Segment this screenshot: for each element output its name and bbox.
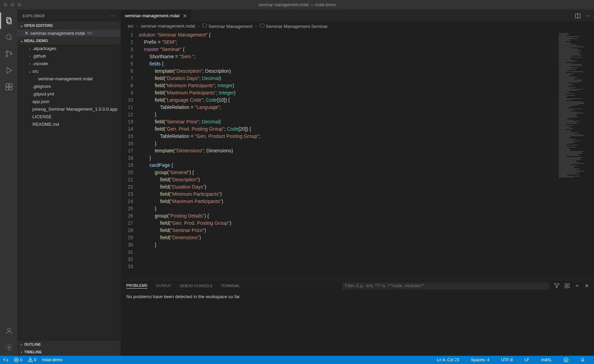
chevron-down-icon: ⌄ (19, 23, 24, 28)
minimap[interactable] (556, 31, 594, 280)
file-tree-label: LICENSE (32, 114, 52, 119)
status-encoding[interactable]: UTF-8 (501, 357, 513, 362)
status-cursor[interactable]: Ln 4, Col 23 (437, 357, 459, 362)
sidebar-more-icon[interactable]: ⋯ (110, 12, 116, 19)
explorer-icon[interactable] (0, 12, 17, 29)
status-errors[interactable]: 0 (14, 357, 22, 362)
settings-gear-icon[interactable] (0, 339, 17, 356)
tab-debug-console[interactable]: DEBUG CONSOLE (179, 284, 212, 288)
svg-point-6 (10, 53, 12, 55)
breadcrumb-item[interactable]: Seminar Management (202, 23, 253, 29)
maximize-window-icon[interactable] (17, 3, 21, 7)
status-warnings[interactable]: 0 (28, 357, 37, 362)
close-icon[interactable] (24, 31, 29, 36)
open-editor-filename: seminar-management.mdal (30, 31, 85, 36)
accounts-icon[interactable] (0, 323, 17, 339)
window-controls (3, 3, 21, 7)
breadcrumbs[interactable]: src›seminar-management.mdal›Seminar Mana… (121, 22, 594, 31)
feedback-icon[interactable] (564, 357, 568, 362)
file-tree-item[interactable]: seminar-management.mdal (17, 75, 121, 82)
breadcrumb-separator: › (198, 23, 199, 29)
svg-point-5 (6, 55, 8, 57)
file-tree-item[interactable]: .gitignore (17, 82, 121, 90)
file-tree-item[interactable]: app.json (17, 98, 121, 105)
filter-icon[interactable] (554, 283, 560, 289)
breadcrumb-item[interactable]: Seminar Management.Seminar (260, 23, 328, 29)
open-editors-section[interactable]: ⌄ OPEN EDITORS (17, 22, 121, 29)
file-tree-label: README.md (32, 122, 59, 127)
panel-filter-input[interactable] (342, 282, 549, 290)
outline-section[interactable]: › OUTLINE (17, 341, 121, 348)
sidebar-title: EXPLORER ⋯ (17, 10, 121, 22)
editor-area: seminar-management.mdal ⋯ src›seminar-ma… (121, 10, 594, 356)
chevron-up-icon[interactable] (575, 283, 580, 288)
symbol-icon (260, 23, 265, 28)
status-spaces[interactable]: Spaces: 4 (471, 357, 489, 362)
file-tree-item[interactable]: joneug_Seminar Management_1.0.0.0.app (17, 105, 121, 113)
tab-active[interactable]: seminar-management.mdal (121, 10, 191, 22)
file-tree-item[interactable]: ›.github (17, 52, 121, 60)
extensions-icon[interactable] (0, 79, 17, 95)
tree-twisty-icon: › (27, 53, 32, 59)
close-icon[interactable] (183, 14, 187, 18)
tab-problems[interactable]: PROBLEMS (126, 283, 147, 289)
close-panel-icon[interactable] (584, 283, 589, 288)
svg-marker-7 (7, 68, 12, 73)
code-content[interactable]: solution "Seminar Management" { Prefix =… (139, 31, 556, 280)
svg-point-12 (8, 328, 10, 331)
window-title: seminar-management.mdal — mdal-demo (258, 2, 336, 7)
open-editor-item[interactable]: seminar-management.mdal src (17, 29, 121, 37)
svg-rect-8 (6, 84, 9, 87)
svg-marker-21 (260, 23, 264, 28)
file-tree-item[interactable]: ⌄src (17, 67, 121, 75)
file-tree-item[interactable]: .gitpod.yml (17, 90, 121, 98)
run-debug-icon[interactable] (0, 62, 17, 79)
search-icon[interactable] (0, 29, 17, 46)
split-editor-icon[interactable] (575, 13, 581, 19)
svg-point-2 (6, 34, 11, 39)
tab-output[interactable]: OUTPUT (156, 284, 171, 288)
close-window-icon[interactable] (3, 3, 8, 7)
remote-indicator[interactable] (3, 357, 8, 362)
sidebar: EXPLORER ⋯ ⌄ OPEN EDITORS seminar-manage… (17, 10, 121, 356)
svg-rect-11 (9, 87, 12, 90)
timeline-label: TIMELINE (24, 350, 42, 354)
file-tree-item[interactable]: ›.vscode (17, 60, 121, 67)
open-editor-dir: src (87, 31, 92, 36)
more-actions-icon[interactable]: ⋯ (585, 13, 590, 18)
file-tree-item[interactable]: README.md (17, 120, 121, 128)
minimize-window-icon[interactable] (10, 3, 14, 7)
status-bar: 0 0 mdal-demo Ln 4, Col 23 Spaces: 4 UTF… (0, 356, 594, 364)
svg-point-35 (565, 360, 566, 360)
tree-twisty-icon: ⌄ (27, 69, 32, 74)
status-errors-count: 0 (20, 357, 22, 362)
status-language[interactable]: mdAL (541, 357, 552, 362)
open-editors-label: OPEN EDITORS (24, 23, 53, 28)
chevron-right-icon: › (19, 342, 24, 346)
file-tree-label: joneug_Seminar Management_1.0.0.0.app (32, 107, 117, 112)
line-number-gutter: 1234567891011121314151617181920212223242… (121, 31, 139, 280)
status-warnings-count: 0 (34, 357, 37, 362)
svg-marker-22 (554, 284, 559, 288)
symbol-icon (202, 23, 207, 28)
breadcrumb-item[interactable]: seminar-management.mdal (141, 23, 195, 29)
file-tree-item[interactable]: ›.alpackages (17, 44, 121, 52)
file-tree-item[interactable]: LICENSE (17, 113, 121, 120)
panel: PROBLEMS OUTPUT DEBUG CONSOLE TERMINAL (121, 280, 594, 356)
tab-terminal[interactable]: TERMINAL (221, 284, 240, 288)
breadcrumb-item[interactable]: src (128, 23, 133, 29)
project-label: MDAL-DEMO (24, 39, 48, 43)
svg-rect-0 (7, 18, 10, 22)
panel-tabs: PROBLEMS OUTPUT DEBUG CONSOLE TERMINAL (121, 280, 594, 291)
tabs-row: seminar-management.mdal ⋯ (121, 10, 594, 22)
svg-rect-9 (9, 84, 12, 87)
editor-body[interactable]: 1234567891011121314151617181920212223242… (121, 31, 594, 280)
bell-icon[interactable] (580, 357, 585, 362)
breadcrumb-separator: › (136, 23, 138, 29)
clear-icon[interactable] (564, 283, 570, 289)
timeline-section[interactable]: › TIMELINE (17, 348, 121, 356)
status-eol[interactable]: LF (525, 357, 529, 362)
source-control-icon[interactable] (0, 46, 17, 62)
status-branch[interactable]: mdal-demo (42, 357, 62, 362)
project-section[interactable]: ⌄ MDAL-DEMO (17, 37, 121, 44)
